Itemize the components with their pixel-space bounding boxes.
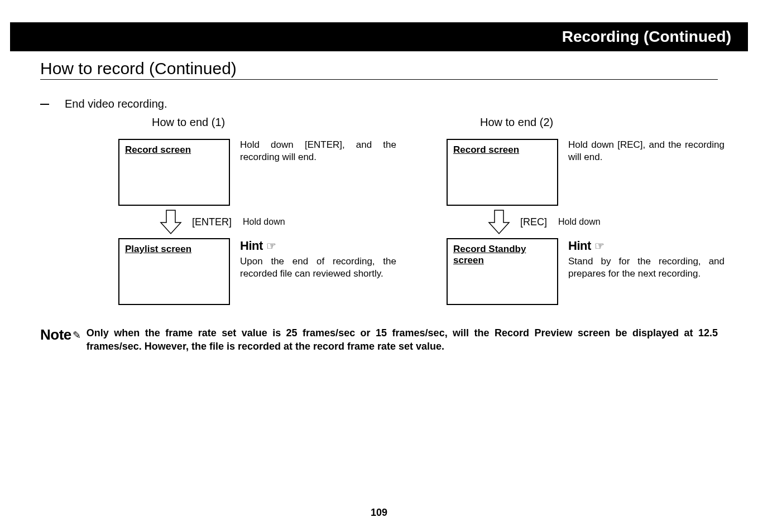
down-arrow-icon bbox=[157, 209, 184, 235]
step-text: End video recording. bbox=[65, 98, 167, 110]
box-record-screen-1: Record screen bbox=[118, 139, 230, 206]
flow-row-1b: Playlist screen Hint ☞ Upon the end of r… bbox=[118, 238, 396, 305]
step-row: End video recording. bbox=[40, 98, 718, 110]
banner-title: Recording (Continued) bbox=[10, 22, 748, 51]
hint-text-1: Upon the end of recording, the recorded … bbox=[240, 256, 396, 279]
box-title: Record screen bbox=[453, 144, 519, 155]
flow-row-2b: Record Standby screen Hint ☞ Stand by fo… bbox=[447, 238, 725, 305]
note-label-wrap: Note ✎ bbox=[40, 326, 81, 344]
arrow-caption-1: Hold down bbox=[243, 217, 285, 227]
flow-row-1a: Record screen Hold down [ENTER], and the… bbox=[118, 139, 396, 206]
pointing-hand-icon: ☞ bbox=[594, 239, 605, 253]
flow-column-2: How to end (2) Record screen Hold down [… bbox=[447, 116, 725, 305]
flow-column-1: How to end (1) Record screen Hold down [… bbox=[118, 116, 396, 305]
arrow-label-1: [ENTER] bbox=[192, 216, 232, 228]
desc-1a: Hold down [ENTER], and the recording wil… bbox=[240, 139, 396, 163]
note-text: Only when the frame rate set value is 25… bbox=[87, 326, 718, 354]
hint-word: Hint bbox=[240, 238, 263, 254]
hint-word: Hint bbox=[568, 238, 591, 254]
desc-1b: Hint ☞ Upon the end of recording, the re… bbox=[240, 238, 396, 280]
note-block: Note ✎ Only when the frame rate set valu… bbox=[40, 326, 718, 354]
arrow-row-1: [ENTER] Hold down bbox=[157, 209, 285, 235]
box-title: Record screen bbox=[125, 144, 191, 155]
pointing-hand-icon: ☞ bbox=[266, 239, 276, 253]
end-title-2: How to end (2) bbox=[480, 116, 553, 129]
arrow-row-2: [REC] Hold down bbox=[486, 209, 601, 235]
page-number: 109 bbox=[0, 507, 758, 519]
hint-label-row: Hint ☞ bbox=[568, 238, 725, 254]
end-title-1: How to end (1) bbox=[152, 116, 225, 129]
box-record-screen-2: Record screen bbox=[447, 139, 558, 206]
box-record-standby-screen: Record Standby screen bbox=[447, 238, 558, 305]
note-word: Note bbox=[40, 326, 71, 344]
desc-2b: Hint ☞ Stand by for the recording, and p… bbox=[568, 238, 725, 280]
arrow-caption-2: Hold down bbox=[558, 217, 601, 227]
box-title: Playlist screen bbox=[125, 244, 191, 254]
step-marker-dash bbox=[40, 104, 49, 105]
flow-row-2a: Record screen Hold down [REC], and the r… bbox=[447, 139, 725, 206]
hint-label-row: Hint ☞ bbox=[240, 238, 396, 254]
down-arrow-icon bbox=[486, 209, 512, 235]
content-area: End video recording. How to end (1) Reco… bbox=[0, 82, 758, 305]
box-playlist-screen: Playlist screen bbox=[118, 238, 230, 305]
section-title: How to record (Continued) bbox=[40, 59, 718, 80]
desc-2a: Hold down [REC], and the recording will … bbox=[568, 139, 725, 163]
hint-text-2: Stand by for the recording, and prepares… bbox=[568, 256, 725, 279]
pencil-icon: ✎ bbox=[73, 329, 81, 341]
box-title: Record Standby screen bbox=[453, 244, 526, 265]
arrow-label-2: [REC] bbox=[520, 216, 547, 228]
diagram-area: How to end (1) Record screen Hold down [… bbox=[118, 116, 718, 305]
